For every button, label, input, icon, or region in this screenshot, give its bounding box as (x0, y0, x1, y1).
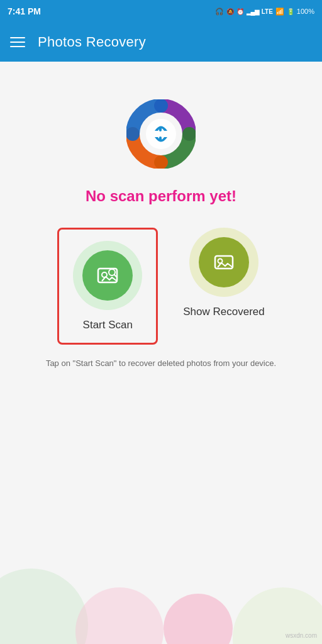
dec-circle-2 (75, 587, 164, 644)
decorative-circles (0, 543, 322, 644)
app-bar: Photos Recovery (0, 23, 322, 62)
status-bar: 7:41 PM 🎧 🔕 ⏰ ▂▄▆ LTE 📶 🔋 100% (0, 0, 322, 23)
svg-rect-2 (159, 136, 162, 142)
svg-rect-1 (159, 126, 162, 131)
show-recovered-inner (199, 237, 249, 287)
start-scan-button[interactable] (73, 241, 142, 310)
battery-percent: 100% (297, 8, 314, 15)
signal-icon: ▂▄▆ (247, 8, 259, 15)
watermark: wsxdn.com (286, 632, 317, 639)
show-recovered-wrapper: Show Recovered (183, 228, 264, 345)
hint-text: Tap on "Start Scan" to recover deleted p… (33, 357, 289, 370)
start-scan-inner (82, 250, 133, 301)
dec-circle-1 (0, 569, 88, 644)
battery-icon: 🔋 (287, 8, 294, 15)
hamburger-menu-icon[interactable] (10, 37, 25, 47)
mute-icon: 🔕 (226, 8, 234, 15)
app-title: Photos Recovery (38, 34, 146, 50)
headphone-icon: 🎧 (215, 8, 224, 16)
alarm-icon: ⏰ (236, 8, 244, 15)
show-recovered-button[interactable] (189, 228, 258, 297)
wifi-icon: 📶 (275, 8, 284, 16)
lte-icon: LTE (262, 8, 273, 15)
show-recovered-label: Show Recovered (183, 306, 264, 318)
status-icons: 🎧 🔕 ⏰ ▂▄▆ LTE 📶 🔋 100% (215, 8, 314, 16)
start-scan-wrapper: Start Scan (57, 228, 158, 345)
svg-line-6 (114, 275, 117, 277)
svg-point-0 (146, 119, 176, 149)
actions-row: Start Scan Show Recovered (13, 228, 309, 345)
main-content: No scan perform yet! Start Scan (0, 62, 322, 408)
start-scan-label: Start Scan (83, 319, 133, 331)
no-scan-label: No scan perform yet! (86, 187, 236, 205)
app-logo (126, 99, 196, 169)
status-time: 7:41 PM (8, 6, 41, 16)
dec-circle-3 (164, 594, 233, 644)
